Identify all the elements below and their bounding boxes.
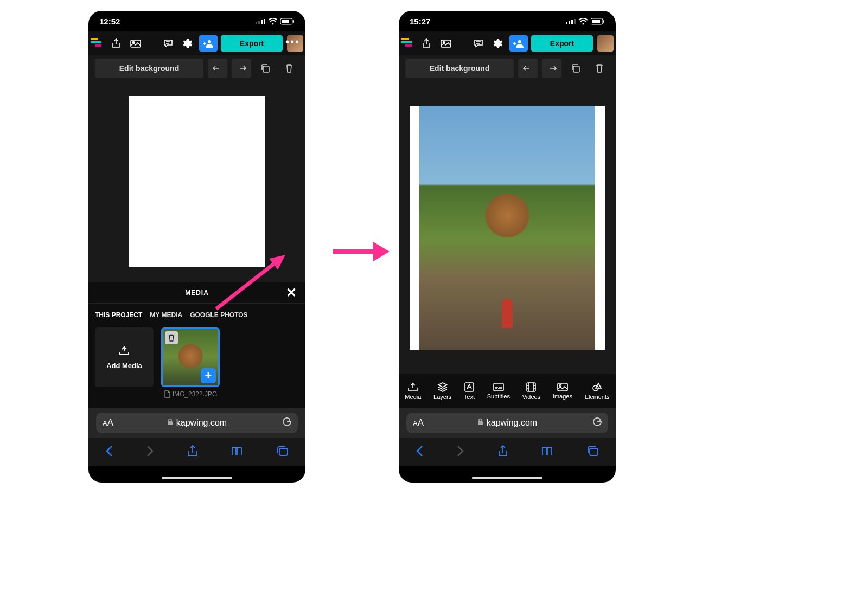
svg-rect-37 <box>590 448 598 455</box>
text-size-icon[interactable]: AA <box>413 417 424 428</box>
svg-rect-19 <box>569 21 570 24</box>
back-icon[interactable] <box>416 445 423 459</box>
add-collaborator-button[interactable] <box>509 35 528 52</box>
media-thumbnail[interactable]: + <box>161 327 220 387</box>
svg-rect-21 <box>574 19 576 24</box>
text-size-icon[interactable]: AA <box>103 417 113 428</box>
toolnav-elements[interactable]: Elements <box>585 382 610 400</box>
canvas-area[interactable] <box>399 81 616 374</box>
transition-arrow <box>331 239 391 267</box>
svg-point-34 <box>559 384 561 386</box>
safari-nav <box>88 438 305 466</box>
toolnav-layers[interactable]: Layers <box>433 382 451 400</box>
safari-share-icon[interactable] <box>188 445 197 459</box>
svg-rect-32 <box>527 383 535 391</box>
delete-button[interactable] <box>590 59 609 78</box>
phone-left: 12:52 Export <box>88 11 305 483</box>
tool-nav: Media Layers Text Subtitles Videos Image… <box>399 374 616 408</box>
wifi-icon <box>268 18 278 25</box>
svg-rect-6 <box>282 20 289 23</box>
safari-share-icon[interactable] <box>498 445 508 459</box>
url-text: kapwing.com <box>176 418 227 428</box>
reload-icon[interactable] <box>592 417 602 429</box>
bookmarks-icon[interactable] <box>541 446 553 458</box>
url-text: kapwing.com <box>487 418 537 428</box>
media-panel: MEDIA ✕ ••• THIS PROJECT MY MEDIA GOOGLE… <box>88 282 305 408</box>
kapwing-logo[interactable] <box>401 38 415 49</box>
url-pill[interactable]: AA kapwing.com <box>406 413 608 433</box>
share-icon[interactable] <box>418 35 435 52</box>
comment-icon[interactable] <box>160 35 176 52</box>
blank-canvas[interactable] <box>129 96 265 267</box>
svg-rect-3 <box>264 19 265 24</box>
cellular-icon <box>566 18 576 24</box>
reload-icon[interactable] <box>282 417 291 429</box>
more-icon[interactable]: ••• <box>285 36 300 48</box>
svg-rect-33 <box>558 383 567 391</box>
share-icon[interactable] <box>108 35 124 52</box>
redo-button[interactable] <box>232 59 251 78</box>
close-icon[interactable]: ✕ <box>283 284 300 301</box>
toolnav-subtitles[interactable]: Subtitles <box>487 383 510 400</box>
home-indicator[interactable] <box>162 477 232 479</box>
settings-icon[interactable] <box>180 35 196 52</box>
safari-nav <box>399 438 616 466</box>
tab-this-project[interactable]: THIS PROJECT <box>95 311 142 319</box>
media-panel-title: MEDIA <box>185 289 209 297</box>
svg-rect-13 <box>279 448 288 455</box>
battery-icon <box>591 18 605 25</box>
status-icons <box>256 18 295 25</box>
safari-url-bar: AA kapwing.com <box>399 408 616 438</box>
svg-marker-17 <box>373 242 390 261</box>
svg-rect-1 <box>258 21 260 24</box>
status-time: 12:52 <box>99 17 120 26</box>
toolnav-videos[interactable]: Videos <box>522 382 540 400</box>
tabs-icon[interactable] <box>587 446 599 459</box>
kapwing-logo[interactable] <box>91 38 105 49</box>
status-icons <box>566 18 605 25</box>
url-pill[interactable]: AA kapwing.com <box>96 413 298 433</box>
tabs-icon[interactable] <box>277 446 289 459</box>
undo-button[interactable] <box>518 59 538 78</box>
toolnav-text[interactable]: Text <box>464 382 475 400</box>
forward-icon[interactable] <box>457 445 464 459</box>
duplicate-button[interactable] <box>566 59 585 78</box>
thumbnail-delete-icon[interactable] <box>165 331 178 344</box>
svg-rect-11 <box>263 66 269 72</box>
export-button[interactable]: Export <box>531 35 593 52</box>
duplicate-button[interactable] <box>256 59 275 78</box>
home-indicator[interactable] <box>472 477 542 479</box>
edit-background-button[interactable]: Edit background <box>405 59 514 78</box>
add-media-button[interactable]: Add Media <box>95 327 154 387</box>
canvas-with-photo[interactable] <box>410 106 605 350</box>
delete-button[interactable] <box>279 59 299 78</box>
edit-background-button[interactable]: Edit background <box>95 59 203 78</box>
undo-button[interactable] <box>208 59 227 78</box>
bookmarks-icon[interactable] <box>231 446 243 458</box>
comment-icon[interactable] <box>470 35 487 52</box>
svg-rect-18 <box>566 22 567 24</box>
redo-button[interactable] <box>542 59 561 78</box>
safari-url-bar: AA kapwing.com <box>88 408 305 438</box>
svg-rect-20 <box>571 20 573 24</box>
media-icon[interactable] <box>127 35 144 52</box>
forward-icon[interactable] <box>146 445 154 459</box>
settings-icon[interactable] <box>490 35 506 52</box>
media-icon[interactable] <box>438 35 454 52</box>
media-panel-header: MEDIA ✕ <box>88 282 305 304</box>
tab-my-media[interactable]: MY MEDIA <box>150 311 182 319</box>
photo-content[interactable] <box>419 106 595 350</box>
user-avatar[interactable] <box>597 35 614 52</box>
toolnav-images[interactable]: Images <box>553 383 572 400</box>
add-collaborator-button[interactable] <box>199 35 218 52</box>
export-button[interactable]: Export <box>221 35 283 52</box>
toolnav-media[interactable]: Media <box>405 382 421 400</box>
action-bar: Edit background <box>88 55 305 81</box>
media-thumbnail-wrap: + IMG_2322.JPG <box>161 327 220 398</box>
back-icon[interactable] <box>105 445 113 459</box>
svg-point-22 <box>583 23 584 24</box>
media-body: Add Media + IMG_2322.JPG <box>88 319 305 408</box>
add-media-label: Add Media <box>106 362 142 370</box>
thumbnail-add-icon[interactable]: + <box>201 368 216 383</box>
status-bar: 12:52 <box>88 11 305 31</box>
